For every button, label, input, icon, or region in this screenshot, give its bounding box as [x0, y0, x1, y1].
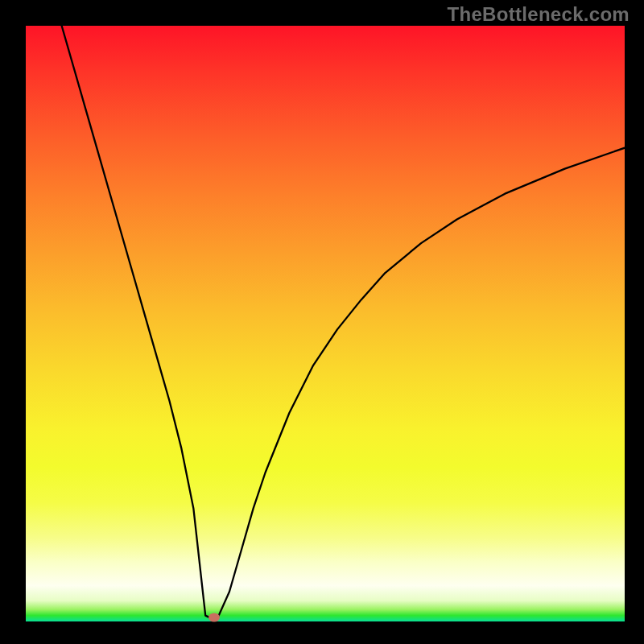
watermark-text: TheBottleneck.com [448, 3, 630, 26]
bottleneck-curve [62, 26, 625, 618]
plot-area [26, 26, 625, 621]
chart-frame: TheBottleneck.com [0, 0, 644, 644]
curve-svg [26, 26, 625, 621]
minimum-marker [208, 613, 220, 621]
